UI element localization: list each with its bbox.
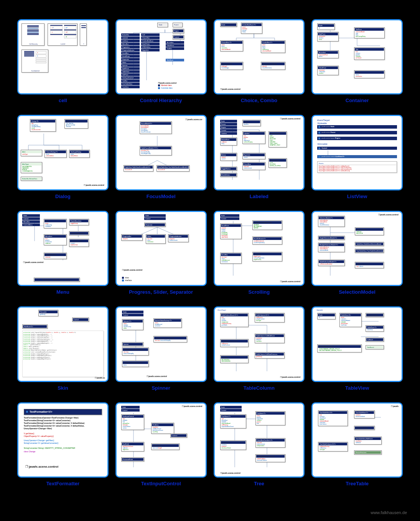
thumbnail-caption: TreeTable [346,481,369,486]
grid-item: Styleable Nodeid TableView<S>itemscolumn… [311,306,403,390]
thumbnail-cell[interactable]: Cell Hierarchy a b a get val ok ListCell [17,19,109,94]
thumbnail-caption: Scrolling [249,289,270,295]
thumbnail-caption: cell [59,98,67,103]
thumbnail-tree[interactable]: NodeControl TreeView<T>rootshowRootedita… [214,402,305,478]
thumbnail-caption: TableView [345,385,369,391]
grid-item: Node Parent Region Control ButtonBarLabe… [115,19,207,103]
grid-item: javafx.scene.control NodeControl TextInp… [115,402,207,486]
thumbnail-caption: Skin [58,385,68,391]
grid-item: NodeControlMenuBarContextMenu Menuitemso… [17,211,109,295]
grid-item: Nodeid SplitPaneorientationdividersitems… [311,19,403,103]
footer-link[interactable]: www.falkhausen.de [371,510,407,515]
thumbnail-control-hierarchy[interactable]: Node Parent Region Control ButtonBarLabe… [115,19,207,94]
grid-item: EventTargetStyleable javafx.scene Node j… [311,115,403,199]
thumbnail-caption: Container [346,98,369,103]
thumbnail-caption: Control Hierarchy [140,98,182,103]
grid-item: Node ComboBoxBase<T> arm()disarm()show()… [214,19,305,103]
grid-item: javafx.scene.cor FocusModel<T> focusedIn… [115,115,207,199]
grid-item: NodeControl Spinner<T>valueeditablevalue… [115,306,207,390]
thumbnail-labeled[interactable]: javafx.scene.control NodeParentRegionCon… [214,115,305,190]
thumbnail-selectionmodel[interactable]: javafx.scene.control SelectionModel<T>se… [311,211,403,286]
grid-item: Dialog<R>titledialogPaneshowAndWait()res… [17,115,109,199]
grid-item: javafx.scene.control NodeParentRegionCon… [214,115,305,199]
grid-item: EventTarget TableColumnBase<S,T>textvisi… [214,306,305,390]
thumbnail-caption: ListView [347,194,367,199]
grid-item: javafx.scene.control SelectionModel<T>se… [311,211,403,295]
thumbnail-choice-combo[interactable]: Node ComboBoxBase<T> arm()disarm()show()… [214,19,305,94]
grid-item: NodeControl ScrollPanecontenthvaluevvalu… [214,211,305,295]
thumbnail-menu[interactable]: NodeControlMenuBarContextMenu Menuitemso… [17,211,109,286]
thumbnail-treetable[interactable]: javafx TreeTableView<S>rootcolumnsshowRo… [311,402,403,478]
thumbnail-textinputcontrol[interactable]: javafx.scene.control NodeControl TextInp… [115,402,207,478]
thumbnail-caption: TextInputControl [141,481,181,486]
thumbnail-caption: Progress, Slider, Separator [129,289,193,295]
thumbnail-grid: Cell Hierarchy a b a get val ok ListCell [0,0,420,513]
thumbnail-scrolling[interactable]: NodeControl ScrollPanecontenthvaluevvalu… [214,211,305,286]
thumbnail-caption: Menu [56,289,69,295]
thumbnail-spinner[interactable]: NodeControl Spinner<T>valueeditablevalue… [115,306,207,382]
thumbnail-caption: Dialog [55,194,71,199]
thumbnail-textformatter[interactable]: TextFormatter<V> TextFormatter(UnaryOper… [17,402,109,478]
thumbnail-skin[interactable]: SkinnablegetSkin() Control SkinBase<C> p… [17,306,109,382]
grid-item: NodeControl Separator ProgressBarprogres… [115,211,207,295]
thumbnail-tablecolumn[interactable]: EventTarget TableColumnBase<S,T>textvisi… [214,306,305,382]
thumbnail-caption: TextFormatter [46,481,79,486]
thumbnail-progress-slider-separator[interactable]: NodeControl Separator ProgressBarprogres… [115,211,207,286]
thumbnail-container[interactable]: Nodeid SplitPaneorientationdividersitems… [311,19,403,94]
thumbnail-listview[interactable]: EventTargetStyleable javafx.scene Node j… [311,115,403,190]
grid-item: javafx TreeTableView<S>rootcolumnsshowRo… [311,402,403,486]
thumbnail-caption: Tree [254,481,264,486]
thumbnail-focusmodel[interactable]: javafx.scene.cor FocusModel<T> focusedIn… [115,115,207,190]
grid-item: SkinnablegetSkin() Control SkinBase<C> p… [17,306,109,390]
grid-item: NodeControl TreeView<T>rootshowRootedita… [214,402,305,486]
thumbnail-dialog[interactable]: Dialog<R>titledialogPaneshowAndWait()res… [17,115,109,190]
thumbnail-caption: Labeled [250,194,268,199]
thumbnail-tableview[interactable]: Styleable Nodeid TableView<S>itemscolumn… [311,306,403,382]
thumbnail-caption: Spinner [152,385,170,391]
thumbnail-caption: Choice, Combo [241,98,277,103]
thumbnail-caption: TableColumn [244,385,275,391]
grid-item: TextFormatter<V> TextFormatter(UnaryOper… [17,402,109,486]
thumbnail-caption: FocusModel [147,194,176,199]
grid-item: Cell Hierarchy a b a get val ok ListCell [17,19,109,103]
thumbnail-caption: SelectionModel [339,289,375,295]
